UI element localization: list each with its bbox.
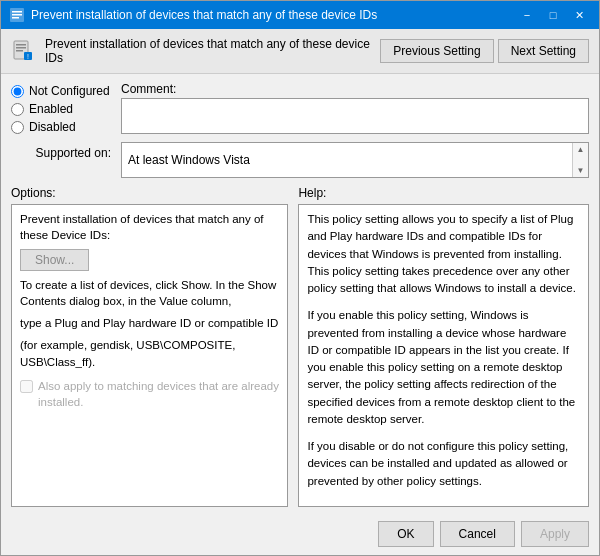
footer: OK Cancel Apply <box>1 513 599 555</box>
options-box: Prevent installation of devices that mat… <box>11 204 288 507</box>
svg-rect-1 <box>12 11 22 13</box>
options-instruction2: type a Plug and Play hardware ID or comp… <box>20 315 279 331</box>
help-paragraph-2: If you enable this policy setting, Windo… <box>307 307 580 428</box>
radio-not-configured-label: Not Configured <box>29 84 110 98</box>
radio-not-configured[interactable]: Not Configured <box>11 84 111 98</box>
title-bar-left: Prevent installation of devices that mat… <box>9 7 377 23</box>
svg-rect-3 <box>12 17 19 19</box>
ok-button[interactable]: OK <box>378 521 433 547</box>
content-area: Not Configured Enabled Disabled Comment:… <box>1 74 599 513</box>
svg-rect-6 <box>16 47 26 49</box>
options-description: Prevent installation of devices that mat… <box>20 211 279 243</box>
help-box[interactable]: This policy setting allows you to specif… <box>298 204 589 507</box>
help-label: Help: <box>298 186 589 200</box>
header-title: Prevent installation of devices that mat… <box>45 37 370 65</box>
main-window: Prevent installation of devices that mat… <box>0 0 600 556</box>
radio-disabled-label: Disabled <box>29 120 76 134</box>
close-button[interactable]: ✕ <box>567 6 591 24</box>
options-label: Options: <box>11 186 288 200</box>
radio-not-configured-input[interactable] <box>11 85 24 98</box>
show-button[interactable]: Show... <box>20 249 89 271</box>
window-icon <box>9 7 25 23</box>
next-setting-button[interactable]: Next Setting <box>498 39 589 63</box>
supported-value: At least Windows Vista <box>128 153 250 167</box>
options-example: (for example, gendisk, USB\COMPOSITE, US… <box>20 337 279 369</box>
policy-icon: ! <box>11 39 35 63</box>
header-bar: ! Prevent installation of devices that m… <box>1 29 599 74</box>
radio-group: Not Configured Enabled Disabled <box>11 82 111 134</box>
help-panel: Help: This policy setting allows you to … <box>298 186 589 507</box>
comment-section: Comment: <box>121 82 589 134</box>
radio-disabled-input[interactable] <box>11 121 24 134</box>
comment-label: Comment: <box>121 82 589 96</box>
options-panel: Options: Prevent installation of devices… <box>11 186 288 507</box>
previous-setting-button[interactable]: Previous Setting <box>380 39 493 63</box>
supported-section: Supported on: At least Windows Vista ▲ ▼ <box>11 142 589 178</box>
also-apply-checkbox[interactable] <box>20 380 33 393</box>
options-instruction1: To create a list of devices, click Show.… <box>20 277 279 309</box>
supported-label: Supported on: <box>11 142 111 160</box>
title-bar: Prevent installation of devices that mat… <box>1 1 599 29</box>
title-bar-controls: − □ ✕ <box>515 6 591 24</box>
checkbox-row: Also apply to matching devices that are … <box>20 378 279 410</box>
radio-enabled-input[interactable] <box>11 103 24 116</box>
title-bar-title: Prevent installation of devices that mat… <box>31 8 377 22</box>
supported-scrollbar: ▲ ▼ <box>572 143 588 177</box>
apply-button[interactable]: Apply <box>521 521 589 547</box>
svg-rect-5 <box>16 44 26 46</box>
svg-rect-7 <box>16 50 23 52</box>
scroll-up-arrow: ▲ <box>577 145 585 154</box>
help-paragraph-1: This policy setting allows you to specif… <box>307 211 580 297</box>
radio-enabled[interactable]: Enabled <box>11 102 111 116</box>
svg-rect-2 <box>12 14 22 16</box>
help-text: This policy setting allows you to specif… <box>307 211 580 490</box>
bottom-section: Options: Prevent installation of devices… <box>11 186 589 507</box>
radio-enabled-label: Enabled <box>29 102 73 116</box>
minimize-button[interactable]: − <box>515 6 539 24</box>
header-buttons: Previous Setting Next Setting <box>380 39 589 63</box>
comment-textarea[interactable] <box>121 98 589 134</box>
cancel-button[interactable]: Cancel <box>440 521 515 547</box>
maximize-button[interactable]: □ <box>541 6 565 24</box>
svg-text:!: ! <box>27 53 29 60</box>
supported-value-box: At least Windows Vista ▲ ▼ <box>121 142 589 178</box>
top-section: Not Configured Enabled Disabled Comment: <box>11 82 589 134</box>
scroll-down-arrow: ▼ <box>577 166 585 175</box>
help-paragraph-3: If you disable or do not configure this … <box>307 438 580 490</box>
also-apply-label: Also apply to matching devices that are … <box>38 378 279 410</box>
radio-disabled[interactable]: Disabled <box>11 120 111 134</box>
